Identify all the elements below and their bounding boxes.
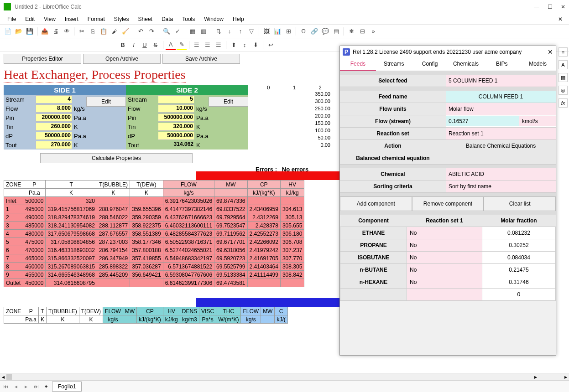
tab-last-icon[interactable]: ⏭ bbox=[32, 383, 40, 390]
comp-fraction[interactable]: 0 bbox=[482, 289, 555, 301]
field-input[interactable]: 4 bbox=[36, 95, 72, 103]
comp-fraction[interactable]: 0.31746 bbox=[482, 276, 555, 289]
tab-prev-icon[interactable]: ◂ bbox=[12, 383, 20, 390]
field-input[interactable]: 8.000 bbox=[36, 104, 72, 113]
redo-icon[interactable]: ↷ bbox=[146, 26, 157, 36]
flow-stream-unit[interactable]: kmol/s bbox=[519, 116, 556, 126]
menu-insert[interactable]: Insert bbox=[61, 15, 82, 23]
sidebar-navigator-icon[interactable]: ◎ bbox=[559, 86, 568, 95]
row-icon[interactable]: ▦ bbox=[188, 26, 198, 36]
comp-fraction[interactable]: 0.084034 bbox=[482, 252, 555, 264]
component-table[interactable]: ComponentReaction set 1Molar fractionETH… bbox=[340, 215, 556, 301]
pivot-icon[interactable]: ⊞ bbox=[283, 26, 293, 36]
header-icon[interactable]: ▤ bbox=[331, 26, 341, 36]
menu-sheet[interactable]: Sheet bbox=[135, 15, 156, 23]
comp-reaction[interactable]: No bbox=[407, 227, 482, 239]
menu-window[interactable]: Window bbox=[200, 15, 227, 23]
field-input[interactable]: 50000.000 bbox=[158, 132, 194, 140]
paste-icon[interactable]: 📋 bbox=[99, 26, 109, 36]
freeze-icon[interactable]: ❄ bbox=[346, 26, 356, 36]
horizontal-scrollbar[interactable]: ◂▸▸ bbox=[0, 373, 569, 380]
comp-fraction[interactable]: 0.081232 bbox=[482, 227, 555, 239]
alignm-icon[interactable]: ↕ bbox=[240, 40, 250, 50]
undo-icon[interactable]: ↶ bbox=[136, 26, 146, 36]
menu-format[interactable]: Format bbox=[84, 15, 109, 23]
comment-icon[interactable]: 💬 bbox=[320, 26, 330, 36]
preview-icon[interactable]: 👁 bbox=[62, 26, 72, 36]
sidebar-functions-icon[interactable]: fx bbox=[559, 98, 568, 108]
panel-close-icon[interactable]: ✕ bbox=[548, 48, 553, 56]
action-button[interactable]: Balance Chemical Equations bbox=[446, 140, 556, 152]
alignc-icon[interactable]: ☰ bbox=[203, 40, 213, 50]
tab-bips[interactable]: BIPs bbox=[484, 58, 520, 71]
tab-config[interactable]: Config bbox=[412, 58, 448, 71]
minimize-icon[interactable]: — bbox=[534, 4, 539, 10]
maximize-icon[interactable]: ☐ bbox=[548, 4, 553, 10]
field-input[interactable]: 500000.000 bbox=[158, 113, 194, 122]
save-icon[interactable]: 💾 bbox=[25, 26, 35, 36]
brush-icon[interactable]: 🖌 bbox=[110, 26, 120, 36]
cut-icon[interactable]: ✂ bbox=[77, 26, 87, 36]
save-archive-button[interactable]: Save Archive bbox=[162, 54, 240, 64]
sortasc-icon[interactable]: ↓ bbox=[224, 26, 235, 36]
image-icon[interactable]: 🖼 bbox=[261, 26, 271, 36]
sheet-tab-1[interactable]: Foglio1 bbox=[52, 382, 82, 392]
field-input[interactable]: 260.000 bbox=[36, 123, 72, 131]
field-input[interactable]: 10.000 bbox=[158, 104, 194, 113]
sidebar-gallery-icon[interactable]: ▦ bbox=[559, 73, 568, 82]
print-icon[interactable]: 🖨 bbox=[51, 26, 61, 36]
sidebar-styles-icon[interactable]: A bbox=[559, 60, 568, 69]
sortdesc-icon[interactable]: ↑ bbox=[235, 26, 245, 36]
tab-models[interactable]: Models bbox=[520, 58, 556, 71]
comp-reaction[interactable]: No bbox=[407, 264, 482, 276]
menu-edit[interactable]: Edit bbox=[21, 15, 38, 23]
comp-fraction[interactable]: 0.30252 bbox=[482, 239, 555, 252]
comp-reaction[interactable]: No bbox=[407, 252, 482, 264]
sorting-input[interactable]: Sort by first name bbox=[446, 181, 556, 192]
close-icon[interactable]: ✕ bbox=[561, 4, 565, 10]
menu-tools[interactable]: Tools bbox=[178, 15, 198, 23]
menu-file[interactable]: File bbox=[4, 15, 20, 23]
menu-help[interactable]: Help bbox=[229, 15, 248, 23]
tab-next-icon[interactable]: ▸ bbox=[22, 383, 30, 390]
alignl-icon[interactable]: ☰ bbox=[192, 40, 202, 50]
chemical-input[interactable]: ABIETIC ACID bbox=[446, 168, 556, 180]
alignr-icon[interactable]: ☰ bbox=[214, 40, 224, 50]
data-table-2[interactable]: ZONEPTT(BUBBLE)T(DEW)FLOWMWCPHVDENSVISCT… bbox=[4, 307, 288, 324]
export-icon[interactable]: 📤 bbox=[40, 26, 50, 36]
spell-icon[interactable]: ✓ bbox=[172, 26, 183, 36]
comp-reaction[interactable]: No bbox=[407, 239, 482, 252]
strike-icon[interactable]: S̶ bbox=[151, 40, 161, 50]
field-input[interactable]: 50000.000 bbox=[36, 132, 72, 140]
clear-list-button[interactable]: Clear list bbox=[484, 196, 556, 211]
flow-units-input[interactable]: Molar flow bbox=[446, 103, 556, 115]
menu-data[interactable]: Data bbox=[158, 15, 177, 23]
omega-icon[interactable]: Ω bbox=[298, 26, 308, 36]
comp-fraction[interactable]: 0.21475 bbox=[482, 264, 555, 276]
alignb-icon[interactable]: ⬇ bbox=[251, 40, 261, 50]
tab-feeds[interactable]: Feeds bbox=[340, 58, 376, 71]
side2-edit-button[interactable]: Edit bbox=[209, 97, 248, 107]
tab-add-icon[interactable]: + bbox=[42, 383, 50, 390]
tab-chemicals[interactable]: Chemicals bbox=[448, 58, 484, 71]
tab-first-icon[interactable]: ⏮ bbox=[2, 383, 10, 390]
link-icon[interactable]: 🔗 bbox=[309, 26, 319, 36]
menu-styles[interactable]: Styles bbox=[110, 15, 133, 23]
field-input[interactable]: 320.000 bbox=[158, 123, 194, 131]
more-icon[interactable]: » bbox=[368, 26, 378, 36]
open-archive-button[interactable]: Open Archive bbox=[83, 54, 161, 64]
select-feed-input[interactable]: 5 COLUMN FEED 1 bbox=[446, 75, 556, 87]
sort-icon[interactable]: ⇅ bbox=[214, 26, 224, 36]
comp-reaction[interactable]: No bbox=[407, 276, 482, 289]
col-icon[interactable]: ▥ bbox=[198, 26, 209, 36]
field-input[interactable]: 5 bbox=[158, 95, 194, 103]
properties-editor-button[interactable]: Properties Editor bbox=[4, 54, 81, 64]
field-input[interactable]: 200000.000 bbox=[36, 113, 72, 122]
chart-icon[interactable]: 📊 bbox=[272, 26, 282, 36]
alignt-icon[interactable]: ⬆ bbox=[229, 40, 239, 50]
new-icon[interactable]: 📄 bbox=[3, 26, 13, 36]
flow-stream-input[interactable]: 0.16527 bbox=[446, 116, 519, 126]
remove-component-button[interactable]: Remove component bbox=[412, 196, 484, 211]
add-component-button[interactable]: Add component bbox=[340, 196, 412, 211]
clear-icon[interactable]: 🧹 bbox=[120, 26, 131, 36]
